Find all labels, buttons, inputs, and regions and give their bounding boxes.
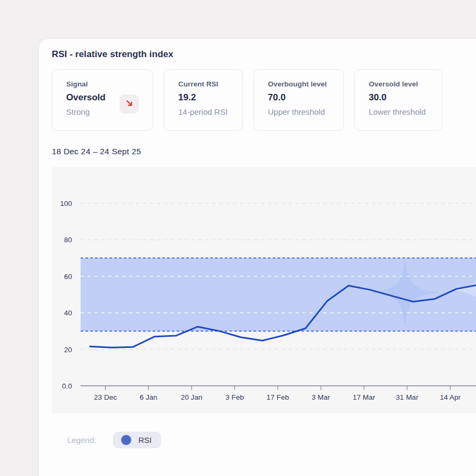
signal-trend-badge bbox=[120, 94, 139, 114]
stat-sub: Lower threshold bbox=[369, 105, 442, 119]
x-tick-label: 3 Mar bbox=[312, 393, 330, 401]
legend-row: Legend: RSI bbox=[67, 432, 161, 448]
stat-card-overbought: Overbought level 70.0 Upper threshold bbox=[253, 69, 344, 131]
stat-value: 70.0 bbox=[268, 90, 343, 105]
series-dot-icon bbox=[121, 435, 131, 445]
legend-series-name: RSI bbox=[138, 435, 152, 445]
stats-row: Signal Oversold Strong Current RSI 19.2 … bbox=[52, 69, 442, 131]
stat-label: Oversold level bbox=[369, 79, 442, 90]
x-tick-label: 3 Feb bbox=[226, 393, 244, 401]
y-tick-label: 40 bbox=[64, 309, 72, 317]
arrow-down-right-icon bbox=[125, 99, 134, 110]
date-range-label: 18 Dec 24 – 24 Sept 25 bbox=[52, 147, 141, 156]
page-title: RSI - relative strength index bbox=[52, 49, 173, 60]
stat-value: 30.0 bbox=[369, 90, 442, 105]
x-tick-label: 17 Feb bbox=[267, 393, 289, 401]
stat-sub: Upper threshold bbox=[268, 105, 343, 119]
stat-label: Current RSI bbox=[178, 79, 242, 90]
y-tick-label: 80 bbox=[64, 236, 72, 244]
y-tick-label: 0.0 bbox=[62, 382, 72, 390]
stat-label: Overbought level bbox=[268, 79, 343, 90]
stat-sub: Strong bbox=[66, 105, 153, 119]
x-tick-label: 6 Jan bbox=[140, 393, 157, 401]
x-tick-label: 31 Mar bbox=[396, 393, 419, 401]
stat-value: Oversold bbox=[66, 90, 153, 105]
stat-card-oversold: Oversold level 30.0 Lower threshold bbox=[354, 69, 442, 131]
rsi-chart-area[interactable]: 0.02040608010023 Dec6 Jan20 Jan3 Feb17 F… bbox=[52, 167, 476, 413]
x-tick-label: 17 Mar bbox=[353, 393, 376, 401]
stat-label: Signal bbox=[66, 79, 153, 90]
page: { "title": "RSI - relative strength inde… bbox=[0, 0, 476, 476]
legend-label: Legend: bbox=[67, 435, 96, 445]
stat-card-signal: Signal Oversold Strong bbox=[52, 69, 153, 131]
y-tick-label: 100 bbox=[60, 200, 72, 208]
stat-card-current-rsi: Current RSI 19.2 14-period RSI bbox=[164, 69, 243, 131]
rsi-panel-card: RSI - relative strength index Signal Ove… bbox=[38, 38, 476, 476]
stat-sub: 14-period RSI bbox=[178, 105, 242, 119]
y-tick-label: 20 bbox=[64, 346, 72, 354]
x-tick-label: 23 Dec bbox=[94, 393, 117, 401]
stat-value: 19.2 bbox=[178, 90, 242, 105]
legend-chip-rsi[interactable]: RSI bbox=[113, 432, 161, 448]
rsi-chart-canvas[interactable]: 0.02040608010023 Dec6 Jan20 Jan3 Feb17 F… bbox=[52, 167, 476, 413]
x-tick-label: 14 Apr bbox=[440, 393, 461, 401]
x-tick-label: 20 Jan bbox=[181, 393, 203, 401]
y-tick-label: 60 bbox=[64, 273, 72, 281]
